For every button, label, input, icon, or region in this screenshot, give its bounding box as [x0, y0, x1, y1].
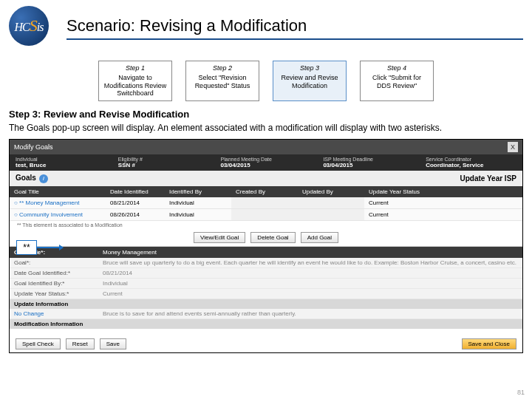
- view-edit-goal-button[interactable]: View/Edit Goal: [194, 232, 245, 243]
- modal-title: Modify Goals: [14, 143, 53, 151]
- step-4: Step 4Click "Submit for DDS Review": [360, 61, 434, 101]
- spell-check-button[interactable]: Spell Check: [16, 338, 61, 349]
- goals-table-header: Goal TitleDate IdentifiedIdentified ByCr…: [10, 186, 522, 197]
- update-info-heading: Update Information: [10, 299, 522, 309]
- add-goal-button[interactable]: Add Goal: [301, 232, 338, 243]
- table-row[interactable]: ○ Community Involvement08/26/2014Individ…: [10, 209, 522, 221]
- step-3: Step 3Review and Revise Modification: [273, 61, 347, 101]
- modification-info-heading: Modification Information: [10, 319, 522, 329]
- goals-heading: Goals: [16, 174, 36, 182]
- table-row[interactable]: ○ ** Money Management08/21/2014Individua…: [10, 197, 522, 209]
- callout-arrow-icon: [37, 247, 63, 248]
- save-and-close-button[interactable]: Save and Close: [462, 338, 516, 349]
- intro-text: The Goals pop-up screen will display. An…: [9, 123, 523, 134]
- save-button[interactable]: Save: [100, 338, 126, 349]
- step-tracker: Step 1Navigate to Modifications Review S…: [0, 61, 532, 101]
- step-1: Step 1Navigate to Modifications Review S…: [98, 61, 172, 101]
- association-note: ** This element is associated to a Modif…: [10, 221, 522, 229]
- update-year-label: Update Year ISP: [460, 174, 516, 183]
- asterisk-callout: **: [16, 240, 37, 255]
- section-title: Step 3: Review and Revise Modification: [9, 109, 532, 120]
- page-number: 81: [517, 389, 525, 396]
- delete-goal-button[interactable]: Delete Goal: [250, 232, 295, 243]
- goals-popup-screenshot: Modify Goals X Individualtest, Bruce Eli…: [9, 139, 523, 353]
- step-2: Step 2Select "Revision Requested" Status: [185, 61, 259, 101]
- hcsis-logo: HCSis: [9, 6, 53, 50]
- reset-button[interactable]: Reset: [66, 338, 95, 349]
- page-title: Scenario: Revising a Modification: [66, 16, 523, 40]
- close-icon[interactable]: X: [508, 142, 518, 152]
- info-icon[interactable]: i: [39, 174, 48, 183]
